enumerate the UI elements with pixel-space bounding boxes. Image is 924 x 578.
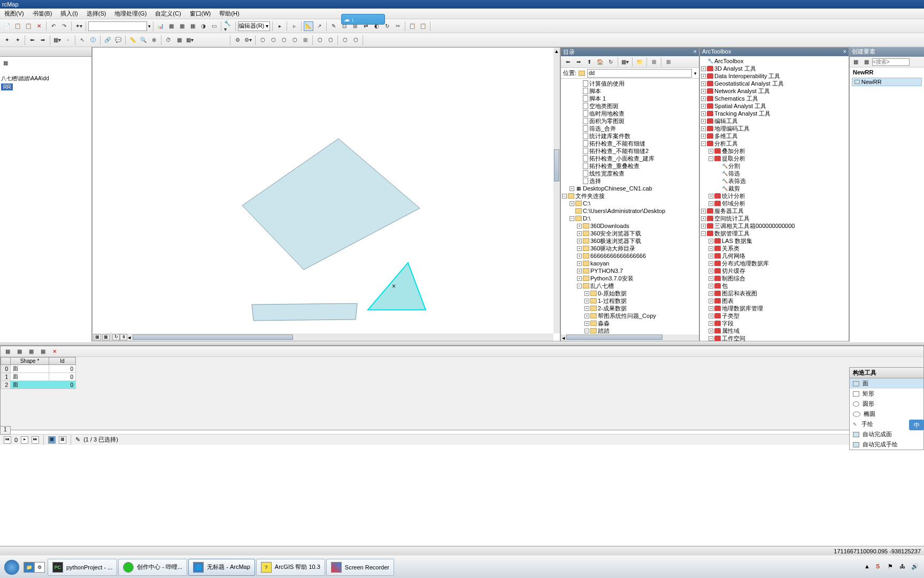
hyperlink-icon[interactable]: 🔗 [103, 35, 112, 45]
tree-item[interactable]: + 帮图系统性问题_Copy [562, 312, 698, 320]
expander-icon[interactable]: − [584, 329, 589, 333]
tree-item[interactable]: + 三调相关工具箱000000000000 [701, 222, 848, 230]
data-view-tab[interactable]: ▦ [94, 334, 101, 340]
expander-icon[interactable]: + [709, 246, 713, 251]
tree-item[interactable]: − 数据管理工具 [701, 230, 848, 237]
expander-icon[interactable]: + [577, 261, 582, 266]
expander-icon[interactable]: + [709, 291, 713, 296]
expander-icon[interactable]: + [709, 276, 713, 281]
tree-item[interactable]: + 几何网络 [701, 252, 848, 260]
expander-icon[interactable]: + [577, 269, 582, 273]
tree-item[interactable]: + 多维工具 [701, 132, 848, 140]
tree-item[interactable]: 拓扑检查_重叠检查 [562, 162, 698, 170]
refresh-icon[interactable]: ↻ [606, 57, 615, 67]
tree-item[interactable]: 🔨 裁剪 [701, 185, 848, 192]
expander-icon[interactable]: + [709, 254, 713, 258]
expander-icon[interactable]: − [709, 156, 713, 161]
tree-item[interactable]: + Spatial Analyst 工具 [701, 102, 848, 110]
attribute-icon[interactable]: 📋 [407, 21, 417, 31]
tree-item[interactable]: 选择 [562, 177, 698, 185]
tree-item[interactable]: + 服务器工具 [701, 207, 848, 215]
tree-item[interactable]: 🔨 表筛选 [701, 177, 848, 185]
tree-item[interactable]: + LAS 数据集 [701, 237, 848, 245]
tree-item[interactable]: − 提取分析 [701, 155, 848, 162]
next-record-icon[interactable]: ▸ [21, 436, 28, 444]
sketch-trace-icon[interactable]: ↗ [314, 21, 324, 31]
goto-xy-icon[interactable]: ⊕ [149, 35, 159, 45]
sketch-props-icon[interactable]: 📋 [418, 21, 428, 31]
tree-item[interactable]: + C:\ [562, 200, 698, 207]
switch-sel-icon[interactable]: ▦ [38, 347, 48, 356]
clear-sel-icon[interactable]: ✕ [50, 347, 59, 356]
tree-item[interactable]: 脚本 1 [562, 95, 698, 102]
viewer-icon[interactable]: ▦ [174, 35, 184, 45]
expander-icon[interactable]: + [701, 66, 706, 71]
polygon-1[interactable] [242, 139, 420, 270]
map-hscroll[interactable]: ▦ ▦ ↻ ⏸ ◂ [93, 333, 553, 341]
tree-item[interactable]: − D:\ [562, 215, 698, 222]
construct-tool[interactable]: 矩形 [850, 389, 923, 399]
expander-icon[interactable]: + [709, 284, 713, 288]
construct-tool[interactable]: 圆形 [850, 399, 923, 409]
panel-close-icon[interactable]: × [843, 48, 846, 56]
table-row[interactable]: 0 面 0 [1, 365, 76, 373]
start-button[interactable] [1, 558, 22, 577]
edit-tool7-icon[interactable]: ✂ [393, 21, 403, 31]
tray-flag-icon[interactable]: ⚑ [888, 563, 896, 572]
favorites-icon[interactable]: ⊞ [664, 57, 673, 67]
expander-icon[interactable]: + [577, 254, 582, 258]
expander-icon[interactable]: + [709, 329, 713, 333]
prev-extent-icon[interactable]: ⬅ [27, 35, 37, 45]
tree-item[interactable]: + 2-成果数据 [562, 305, 698, 312]
tool1-icon[interactable]: 📊 [156, 21, 165, 31]
tree-item[interactable]: 🔨 分割 [701, 162, 848, 170]
expander-icon[interactable]: + [709, 201, 713, 206]
expander-icon[interactable]: + [701, 96, 706, 101]
expander-icon[interactable]: + [701, 134, 706, 139]
expander-icon[interactable]: + [709, 314, 713, 318]
table-tab[interactable]: 1 [0, 426, 11, 435]
expander-icon[interactable]: + [584, 306, 589, 311]
list-by-drawing-icon[interactable]: ▦ [1, 58, 10, 67]
explorer-pin-icon[interactable]: 📁 [24, 562, 34, 573]
tray-icon[interactable]: ▲ [864, 563, 873, 572]
tray-vol-icon[interactable]: 🔊 [911, 563, 920, 572]
expander-icon[interactable]: + [709, 269, 713, 273]
col-rowid[interactable] [1, 358, 11, 365]
construct-tool[interactable]: 自动完成面 [850, 429, 923, 439]
tree-item[interactable]: 拓扑检查_不能有细缝2 [562, 147, 698, 155]
expander-icon[interactable]: + [709, 306, 713, 311]
map-vscroll[interactable]: ▴ [553, 48, 560, 333]
merge-icon[interactable]: ⬡ [290, 35, 299, 45]
template-icon[interactable]: ▦ [851, 57, 860, 67]
editor-dropdown[interactable]: 编辑器(R) ▾ [238, 21, 270, 31]
expander-icon[interactable]: + [701, 209, 706, 214]
tree-item[interactable]: + 关系类 [701, 245, 848, 252]
expander-icon[interactable]: + [577, 246, 582, 251]
menu-view[interactable]: 视图(V) [0, 9, 28, 19]
tree-item[interactable]: + 1-过程数据 [562, 297, 698, 305]
tree-item[interactable]: + 360极速浏览器下载 [562, 237, 698, 245]
pause-icon[interactable]: ⏸ [120, 334, 127, 340]
show-selected-icon[interactable]: ▦ [59, 436, 66, 444]
geoproc-icon[interactable]: ⚙ [233, 35, 242, 45]
expander-icon[interactable]: + [709, 239, 713, 244]
cut-poly-icon[interactable]: ⬡ [279, 35, 289, 45]
expander-icon[interactable]: + [701, 104, 706, 109]
sketch-line-icon[interactable]: 📐 [304, 21, 313, 31]
tree-item[interactable]: + Network Analyst 工具 [701, 87, 848, 95]
menu-customize[interactable]: 自定义(C) [151, 9, 185, 19]
undo-icon[interactable]: ↶ [49, 21, 58, 31]
expander-icon[interactable]: + [701, 119, 706, 124]
splitter-horizontal[interactable] [0, 341, 924, 346]
toolbox-tree[interactable]: 🔧 ArcToolbox + 3D Analyst 工具 + Data Inte… [700, 56, 849, 341]
expander-icon[interactable]: + [709, 299, 713, 303]
tree-item[interactable]: 统计建库案件数 [562, 132, 698, 140]
show-all-icon[interactable]: ▦ [48, 436, 56, 444]
col-id[interactable]: Id [49, 358, 76, 365]
expander-icon[interactable]: + [584, 314, 589, 318]
polygon-3-selected[interactable] [368, 263, 426, 310]
tree-item[interactable]: + 属性域 [701, 327, 848, 334]
time-slider-icon[interactable]: ⏱ [164, 35, 173, 45]
tree-item[interactable]: + 0-原始数据 [562, 290, 698, 297]
